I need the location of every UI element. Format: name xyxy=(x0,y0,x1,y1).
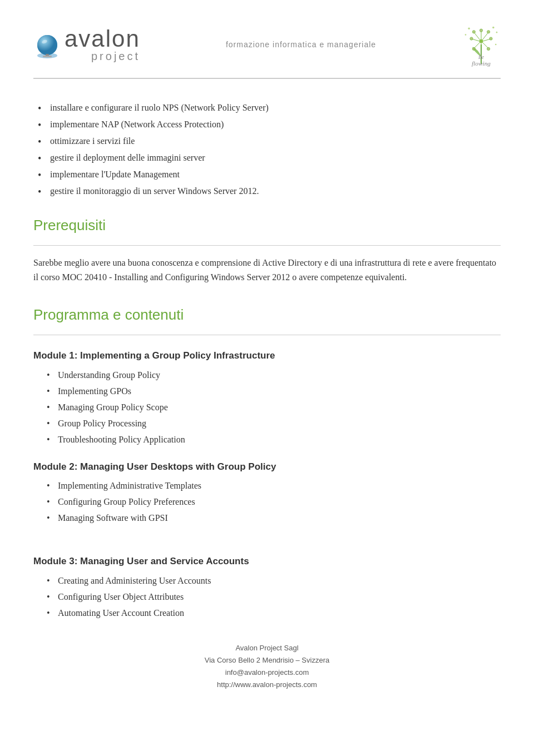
module-1-title: Module 1: Implementing a Group Policy In… xyxy=(33,349,501,363)
svg-point-13 xyxy=(490,37,492,40)
svg-line-12 xyxy=(483,39,490,41)
svg-point-2 xyxy=(37,35,57,55)
svg-text:flowing: flowing xyxy=(472,60,491,67)
module-1-item-5: Troubleshooting Policy Application xyxy=(44,433,501,446)
module-1-list: Understanding Group Policy Implementing … xyxy=(44,369,501,446)
footer-website: http://www.avalon-projects.com xyxy=(33,679,501,691)
logo-avalon: avalon xyxy=(65,27,140,51)
svg-line-20 xyxy=(474,43,480,48)
svg-point-19 xyxy=(472,31,475,33)
tagline-text: formazione informatica e manageriale xyxy=(140,39,462,51)
logo-project: project xyxy=(91,51,140,62)
logo-area: avalon project xyxy=(33,27,140,62)
be-flowing-area: Be flowing xyxy=(462,22,501,67)
module-2: Module 2: Managing User Desktops with Gr… xyxy=(33,460,501,541)
footer-address: Via Corso Bello 2 Mendrisio – Svizzera xyxy=(33,654,501,667)
svg-point-7 xyxy=(479,39,483,43)
module-1-item-4: Group Policy Processing xyxy=(44,417,501,430)
module-1: Module 1: Implementing a Group Policy In… xyxy=(33,349,501,446)
svg-line-16 xyxy=(472,39,479,41)
prerequisiti-text: Sarebbe meglio avere una buona conoscenz… xyxy=(33,256,501,284)
bullet-item-2: implementare NAP (Network Access Protect… xyxy=(33,118,501,131)
prerequisiti-heading: Prerequisiti xyxy=(33,215,501,236)
module-1-item-3: Managing Group Policy Scope xyxy=(44,401,501,414)
module-3-item-3: Automating User Account Creation xyxy=(44,606,501,620)
intro-bullet-list: installare e configurare il ruolo NPS (N… xyxy=(33,101,501,198)
programma-divider xyxy=(33,335,501,335)
dandelion-icon: Be flowing xyxy=(462,22,501,67)
svg-rect-5 xyxy=(43,56,52,57)
module-2-item-1: Implementing Administrative Templates xyxy=(44,479,501,493)
svg-text:Be: Be xyxy=(478,54,484,60)
footer-company: Avalon Project Sagl xyxy=(33,642,501,654)
svg-line-14 xyxy=(483,43,488,48)
intro-bullets: installare e configurare il ruolo NPS (N… xyxy=(33,101,501,198)
svg-point-24 xyxy=(496,32,498,33)
programma-section: Programma e contenuti Module 1: Implemen… xyxy=(33,304,501,620)
svg-point-21 xyxy=(472,47,475,50)
logo-text: avalon project xyxy=(65,27,140,62)
bullet-item-3: ottimizzare i servizi file xyxy=(33,135,501,148)
module-3-item-1: Creating and Administering User Accounts xyxy=(44,574,501,588)
bullet-item-5: implementare l'Update Management xyxy=(33,168,501,181)
bullet-item-6: gestire il monitoraggio di un server Win… xyxy=(33,185,501,198)
module-3-title: Module 3: Managing User and Service Acco… xyxy=(33,554,501,569)
svg-point-17 xyxy=(470,37,473,40)
svg-point-27 xyxy=(495,44,497,46)
module-3-list: Creating and Administering User Accounts… xyxy=(44,574,501,620)
tagline: formazione informatica e manageriale xyxy=(140,39,462,51)
svg-point-9 xyxy=(479,29,482,32)
prerequisiti-divider xyxy=(33,245,501,246)
module-2-item-4 xyxy=(44,528,501,541)
module-2-list: Implementing Administrative Templates Co… xyxy=(44,479,501,541)
svg-point-11 xyxy=(487,31,490,33)
module-2-title: Module 2: Managing User Desktops with Gr… xyxy=(33,460,501,474)
page: avalon project formazione informatica e … xyxy=(0,0,534,756)
svg-point-15 xyxy=(487,47,490,50)
module-3: Module 3: Managing User and Service Acco… xyxy=(33,554,501,620)
module-3-item-2: Configuring User Object Attributes xyxy=(44,590,501,604)
svg-point-23 xyxy=(492,27,495,29)
svg-line-10 xyxy=(483,33,488,39)
svg-point-25 xyxy=(468,27,470,29)
programma-heading: Programma e contenuti xyxy=(33,304,501,326)
module-1-item-2: Implementing GPOs xyxy=(44,385,501,398)
footer: Avalon Project Sagl Via Corso Bello 2 Me… xyxy=(33,642,501,691)
bullet-item-1: installare e configurare il ruolo NPS (N… xyxy=(33,101,501,115)
header: avalon project formazione informatica e … xyxy=(33,22,501,79)
footer-email: info@avalon-projects.com xyxy=(33,667,501,679)
prerequisiti-section: Prerequisiti Sarebbe meglio avere una bu… xyxy=(33,215,501,284)
module-1-item-1: Understanding Group Policy xyxy=(44,369,501,382)
avalon-ball-icon xyxy=(33,29,61,60)
module-2-item-2: Configuring Group Policy Preferences xyxy=(44,495,501,509)
svg-point-26 xyxy=(465,34,467,36)
module-2-item-3: Managing Software with GPSI xyxy=(44,511,501,525)
bullet-item-4: gestire il deployment delle immagini ser… xyxy=(33,151,501,165)
svg-line-18 xyxy=(474,33,480,39)
